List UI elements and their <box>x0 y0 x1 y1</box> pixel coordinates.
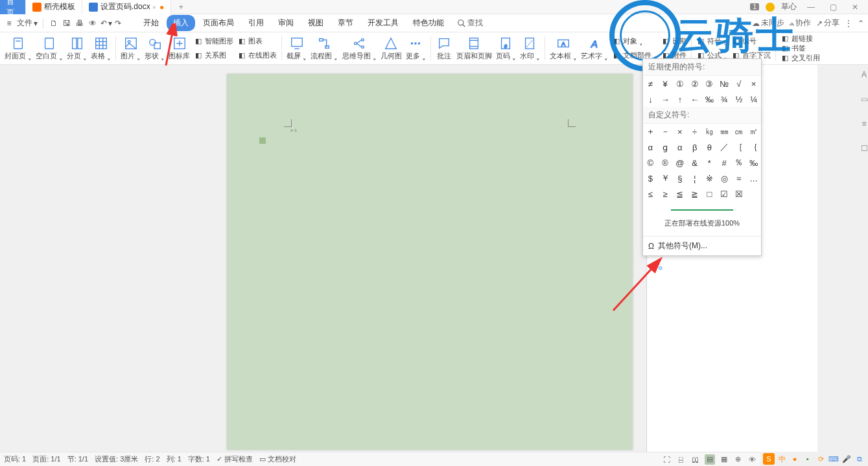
symbol-cell[interactable]: $ <box>643 170 658 186</box>
symbol-cell[interactable]: ½ <box>732 91 747 107</box>
ribbon-关系图[interactable]: ◧关系图 <box>194 51 233 60</box>
ribbon-批注[interactable]: 批注 <box>434 32 454 64</box>
ribbon-符号[interactable]: ◧符号 ˬ <box>696 36 727 46</box>
ribbon-流程图[interactable]: 流程图 ˬ <box>309 32 340 64</box>
username-label[interactable]: 草心 <box>781 1 797 12</box>
ribbon-更多[interactable]: 更多 ˬ <box>404 32 428 64</box>
symbol-cell[interactable]: ¥ <box>658 76 673 91</box>
symbol-cell[interactable]: ≦ <box>673 186 688 202</box>
share-button[interactable]: ↗ 分享 <box>816 17 839 29</box>
outline-view-icon[interactable]: ▦ <box>719 454 729 465</box>
status-page-no[interactable]: 页码: 1 <box>4 454 26 464</box>
symbol-cell[interactable]: ③ <box>702 76 717 91</box>
status-setting[interactable]: 设置值: 3厘米 <box>95 454 138 464</box>
symbol-cell[interactable]: ￥ <box>658 170 673 186</box>
symbol-cell[interactable]: ／ <box>717 139 732 155</box>
collapse-ribbon-icon[interactable]: ⌃ <box>858 19 864 28</box>
menutab-0[interactable]: 开始 <box>137 15 165 31</box>
symbol-cell[interactable] <box>746 186 761 202</box>
more-menu-icon[interactable]: ⋮ <box>845 19 852 28</box>
symbol-cell[interactable]: ¦ <box>687 170 702 186</box>
ribbon-交叉引用[interactable]: ◧交叉引用 <box>780 53 820 63</box>
ribbon-封面页[interactable]: 封面页 ˬ <box>3 32 34 64</box>
task-icon[interactable]: ☐ <box>861 144 868 153</box>
ribbon-空白页[interactable]: 空白页 ˬ <box>34 32 65 64</box>
symbol-cell[interactable]: @ <box>673 155 688 170</box>
symbol-cell[interactable]: ÷ <box>687 124 702 139</box>
symbol-cell[interactable]: ① <box>673 76 688 91</box>
fullscreen-icon[interactable]: ⛶ <box>662 454 672 465</box>
menutab-6[interactable]: 章节 <box>331 15 360 31</box>
ribbon-几何图[interactable]: 几何图 <box>379 32 404 64</box>
menutab-4[interactable]: 审阅 <box>272 15 300 31</box>
symbol-cell[interactable]: ㎏ <box>702 124 717 139</box>
notification-badge[interactable]: 1 <box>750 3 759 10</box>
symbol-cell[interactable]: ② <box>687 76 702 91</box>
menutab-7[interactable]: 开发工具 <box>361 15 405 31</box>
ribbon-表格[interactable]: 表格 ˬ <box>89 32 113 64</box>
symbol-cell[interactable]: ‰ <box>702 91 717 107</box>
ribbon-编号[interactable]: ◧编号 <box>731 36 771 46</box>
menutab-1[interactable]: 插入 <box>167 15 195 31</box>
symbol-cell[interactable]: ¼ <box>746 91 761 107</box>
ribbon-截屏[interactable]: 截屏 ˬ <box>285 32 309 64</box>
menu-icon[interactable]: ≡ <box>4 18 14 29</box>
symbol-cell[interactable]: α <box>673 139 688 155</box>
tab-template[interactable]: 稻壳模板 <box>26 0 82 14</box>
status-proof[interactable]: ▭ 文档校对 <box>259 454 296 464</box>
symbol-cell[interactable]: ※ <box>702 170 717 186</box>
ime-logo-icon[interactable]: S <box>763 453 775 465</box>
ribbon-分页[interactable]: 分页 ˬ <box>65 32 89 64</box>
ime-pad-button[interactable]: ⟳ <box>815 453 827 465</box>
ribbon-文本框[interactable]: A文本框 ˬ <box>548 32 579 64</box>
pagemode-icon[interactable]: ▤ <box>705 454 715 465</box>
menutab-5[interactable]: 视图 <box>301 15 330 31</box>
symbol-cell[interactable]: § <box>673 170 688 186</box>
symbol-cell[interactable]: № <box>717 76 732 91</box>
status-spell[interactable]: ✓ 拼写检查 <box>217 454 253 464</box>
ribbon-对象[interactable]: ◧对象 ˬ <box>612 36 657 46</box>
ime-lang-button[interactable]: 中 <box>776 453 788 465</box>
web-view-icon[interactable]: ⊕ <box>733 454 744 465</box>
ribbon-形状[interactable]: 形状 ˬ <box>143 32 167 64</box>
symbol-cell[interactable]: # <box>717 155 732 170</box>
new-file-icon[interactable]: 🗋 <box>49 18 59 29</box>
status-page[interactable]: 页面: 1/1 <box>32 454 60 464</box>
ime-emoji-button[interactable]: ▪ <box>802 453 814 465</box>
symbol-cell[interactable]: ［ <box>732 139 747 155</box>
symbol-cell[interactable]: ㎡ <box>746 124 761 139</box>
preview-icon[interactable]: 👁 <box>88 18 98 29</box>
ribbon-图表[interactable]: ◧图表 <box>237 36 277 46</box>
symbol-cell[interactable]: ® <box>658 155 673 170</box>
symbol-cell[interactable]: ≠ <box>643 76 658 91</box>
symbol-cell[interactable]: ㎝ <box>732 124 747 139</box>
symbol-cell[interactable]: ≈ <box>732 170 747 186</box>
document-page[interactable]: ᵃ⁻¹ <box>227 74 633 450</box>
search-box[interactable]: 查找 <box>457 17 483 29</box>
symbol-cell[interactable]: & <box>687 155 702 170</box>
symbol-cell[interactable]: ɡ <box>658 139 673 155</box>
select-icon[interactable]: ▭ <box>861 95 868 104</box>
symbol-cell[interactable]: ＋ <box>643 124 658 139</box>
print-icon[interactable]: 🖶 <box>75 18 85 29</box>
symbol-cell[interactable]: ☑ <box>717 186 732 202</box>
save-icon[interactable]: 🖫 <box>62 18 72 29</box>
status-line[interactable]: 行: 2 <box>145 454 159 464</box>
symbol-cell[interactable]: θ <box>702 139 717 155</box>
ribbon-在线图表[interactable]: ◧在线图表 <box>237 51 277 60</box>
symbol-cell[interactable]: ≧ <box>687 186 702 202</box>
symbol-cell[interactable]: ↓ <box>643 91 658 107</box>
menutab-2[interactable]: 页面布局 <box>196 15 240 31</box>
other-symbols-button[interactable]: Ω 其他符号(M)... <box>643 236 761 255</box>
symbol-cell[interactable]: － <box>658 124 673 139</box>
status-section[interactable]: 节: 1/1 <box>67 454 88 464</box>
style-icon[interactable]: A <box>862 70 867 79</box>
status-col[interactable]: 列: 1 <box>167 454 182 464</box>
symbol-cell[interactable]: √ <box>732 76 747 91</box>
redo-button[interactable]: ↷ <box>115 19 121 28</box>
symbol-cell[interactable]: ◎ <box>717 170 732 186</box>
ribbon-书签[interactable]: ◧书签 <box>780 43 820 53</box>
monitor-icon[interactable]: ▫ <box>153 3 156 12</box>
symbol-cell[interactable]: ↑ <box>673 91 688 107</box>
ribbon-水印[interactable]: 水印 ˬ <box>518 32 542 64</box>
